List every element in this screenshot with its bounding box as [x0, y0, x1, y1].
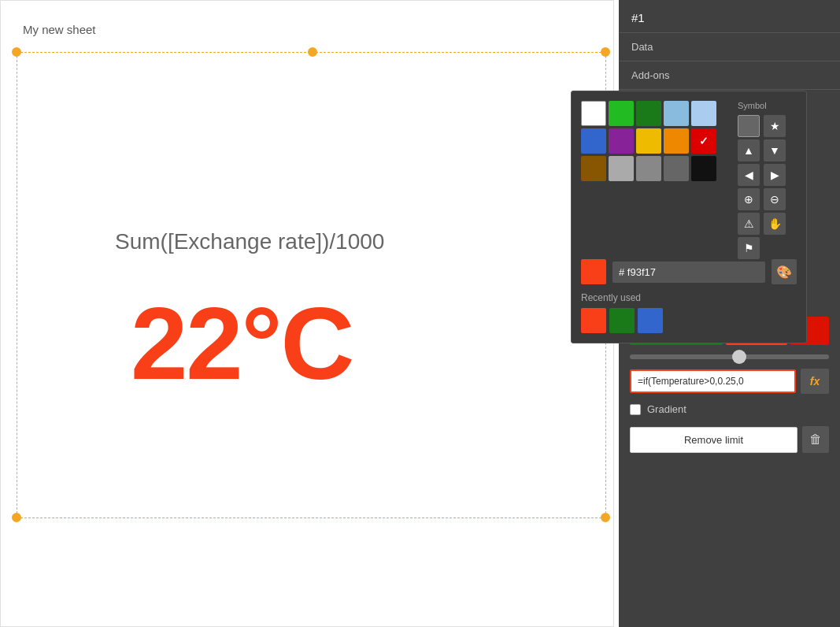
- symbol-right[interactable]: ▶: [764, 164, 786, 186]
- fx-icon: fx: [810, 375, 820, 388]
- color-preview[interactable]: [581, 259, 606, 284]
- color-input-row: 🎨: [581, 259, 797, 284]
- recent-swatch-1[interactable]: [609, 308, 635, 333]
- swatch-blue-lighter[interactable]: [691, 101, 716, 126]
- swatch-white[interactable]: [581, 101, 606, 126]
- symbol-flag[interactable]: ⚑: [738, 237, 760, 259]
- symbol-section: Symbol ★ ▲ ▼ ◀ ▶ ⊕ ⊖ ⚠ ✋ ⚑: [738, 101, 797, 259]
- symbol-warning[interactable]: ⚠: [738, 213, 760, 235]
- symbol-grid: ★ ▲ ▼ ◀ ▶ ⊕ ⊖ ⚠ ✋ ⚑: [738, 115, 797, 259]
- symbol-plus-circle[interactable]: ⊕: [738, 188, 760, 210]
- swatch-blue-light[interactable]: [664, 101, 689, 126]
- gradient-row: Gradient: [630, 403, 829, 415]
- slider-track: [630, 354, 829, 359]
- swatch-orange[interactable]: [664, 128, 689, 154]
- gradient-label: Gradient: [647, 403, 686, 415]
- swatch-red[interactable]: [691, 128, 716, 154]
- sheet-title: My new sheet: [23, 23, 96, 36]
- symbol-label: Symbol: [738, 101, 797, 110]
- panel-data-section[interactable]: Data: [619, 33, 840, 61]
- formula-input-row: fx: [630, 369, 829, 394]
- slider-container: [630, 354, 829, 359]
- border-left: [17, 52, 17, 518]
- color-picker-popup: Symbol ★ ▲ ▼ ◀ ▶ ⊕ ⊖ ⚠ ✋ ⚑ 🎨 Recently us…: [571, 91, 807, 343]
- recent-swatch-0[interactable]: [581, 308, 606, 333]
- symbol-up[interactable]: ▲: [738, 139, 760, 161]
- swatch-green-light[interactable]: [609, 101, 634, 126]
- symbol-hand[interactable]: ✋: [764, 213, 786, 235]
- symbol-left[interactable]: ◀: [738, 164, 760, 186]
- swatch-gray-medium[interactable]: [636, 156, 661, 181]
- symbol-blank[interactable]: [738, 115, 760, 137]
- recently-used-swatches: [581, 308, 797, 333]
- formula-display: Sum([Exchange rate])/1000: [115, 229, 384, 254]
- hex-input[interactable]: [612, 262, 765, 283]
- fx-button[interactable]: fx: [801, 369, 829, 394]
- swatch-blue-medium[interactable]: [581, 128, 606, 154]
- recent-swatch-2[interactable]: [638, 308, 663, 333]
- symbol-star[interactable]: ★: [764, 115, 786, 137]
- remove-limit-row: Remove limit 🗑: [630, 426, 829, 453]
- swatch-purple[interactable]: [609, 128, 634, 154]
- palette-button[interactable]: 🎨: [772, 259, 797, 284]
- sheet-area: My new sheet Sum([Exchange rate])/1000 2…: [0, 0, 614, 627]
- trash-button[interactable]: 🗑: [802, 426, 829, 453]
- recently-used-label: Recently used: [581, 292, 797, 303]
- value-display: 22°C: [131, 284, 353, 403]
- symbol-minus-circle[interactable]: ⊖: [764, 188, 786, 210]
- swatch-gray-dark[interactable]: [664, 156, 689, 181]
- border-bottom: [17, 518, 605, 518]
- gradient-checkbox[interactable]: [630, 404, 641, 415]
- swatch-black[interactable]: [691, 156, 716, 181]
- symbol-down[interactable]: ▼: [764, 139, 786, 161]
- swatch-yellow[interactable]: [636, 128, 661, 154]
- trash-icon: 🗑: [809, 432, 822, 447]
- swatch-brown[interactable]: [581, 156, 606, 181]
- formula-input[interactable]: [630, 369, 796, 393]
- border-top: [17, 52, 605, 53]
- color-swatches: [581, 101, 730, 181]
- swatch-green-dark[interactable]: [636, 101, 661, 126]
- panel-header: #1: [619, 0, 840, 33]
- remove-limit-button[interactable]: Remove limit: [630, 427, 797, 453]
- panel-addons-section[interactable]: Add-ons: [619, 61, 840, 90]
- slider-thumb[interactable]: [732, 350, 746, 364]
- swatch-gray-light[interactable]: [609, 156, 634, 181]
